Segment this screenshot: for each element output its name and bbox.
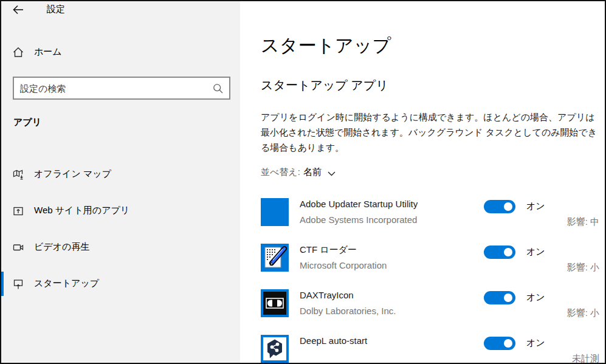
app-publisher: Dolby Laboratories, Inc. bbox=[300, 306, 396, 316]
startup-toggle[interactable] bbox=[484, 200, 515, 213]
toggle-state-label: オン bbox=[526, 201, 545, 212]
sidebar: 設定 ホーム アプリ bbox=[1, 1, 240, 363]
startup-app-list: Adobe Updater Startup Utility Adobe Syst… bbox=[261, 193, 599, 364]
app-name: DeepL auto-start bbox=[300, 335, 367, 346]
app-name: DAXTrayIcon bbox=[300, 290, 354, 300]
ctf-loader-app-icon bbox=[261, 244, 289, 272]
window-title: 設定 bbox=[47, 4, 65, 15]
search-icon[interactable] bbox=[212, 83, 224, 97]
video-playback-icon bbox=[12, 241, 24, 253]
chevron-down-icon bbox=[328, 168, 336, 179]
sidebar-item-web-apps[interactable]: Web サイト用のアプリ bbox=[1, 199, 240, 223]
app-publisher: Adobe Systems Incorporated bbox=[300, 215, 417, 225]
toggle-knob bbox=[504, 202, 512, 211]
page-subtitle: スタートアップ アプリ bbox=[261, 77, 388, 94]
startup-toggle[interactable] bbox=[484, 291, 515, 304]
settings-search-box bbox=[13, 77, 230, 100]
toggle-state-label: オン bbox=[526, 292, 545, 303]
toggle-state-label: オン bbox=[526, 246, 545, 258]
app-name: CTF ローダー bbox=[300, 244, 357, 256]
sort-dropdown[interactable]: 並べ替え: 名前 bbox=[261, 166, 336, 179]
sidebar-item-label: オフライン マップ bbox=[34, 168, 111, 180]
sidebar-item-home[interactable]: ホーム bbox=[1, 40, 240, 64]
toggle-knob bbox=[504, 294, 512, 302]
search-input[interactable] bbox=[14, 78, 229, 98]
titlebar: 設定 bbox=[1, 1, 240, 19]
sidebar-item-label: ホーム bbox=[34, 46, 62, 58]
deepl-app-icon bbox=[261, 335, 289, 363]
main-pane: スタートアップ スタートアップ アプリ アプリをログイン時に開始するように構成で… bbox=[240, 1, 605, 363]
impact-label: 未計測 bbox=[572, 353, 599, 364]
dolby-app-icon bbox=[261, 289, 289, 317]
app-publisher: Microsoft Corporation bbox=[300, 260, 387, 270]
impact-label: 影響: 小 bbox=[567, 262, 599, 273]
toggle-knob bbox=[504, 339, 512, 348]
settings-window: 設定 ホーム アプリ bbox=[0, 0, 606, 364]
page-description: アプリをログイン時に開始するように構成できます。ほとんどの場合、アプリは最小化さ… bbox=[261, 109, 603, 155]
sidebar-item-startup[interactable]: スタートアップ bbox=[1, 272, 240, 296]
web-apps-icon bbox=[12, 205, 24, 217]
home-icon bbox=[12, 46, 24, 58]
startup-icon bbox=[12, 278, 24, 290]
sidebar-item-label: ビデオの再生 bbox=[34, 241, 89, 253]
startup-app-row: CTF ローダー Microsoft Corporation オン 影響: 小 bbox=[261, 239, 599, 284]
sort-value: 名前 bbox=[303, 167, 322, 178]
startup-toggle[interactable] bbox=[484, 246, 515, 259]
back-arrow-icon bbox=[12, 4, 25, 18]
startup-app-row: DeepL auto-start オン 未計測 bbox=[261, 330, 599, 364]
impact-label: 影響: 小 bbox=[567, 307, 599, 319]
startup-app-row: Adobe Updater Startup Utility Adobe Syst… bbox=[261, 193, 599, 239]
back-button[interactable] bbox=[9, 2, 28, 18]
sidebar-item-label: Web サイト用のアプリ bbox=[34, 205, 129, 216]
offline-maps-icon bbox=[12, 168, 24, 180]
toggle-state-label: オン bbox=[526, 337, 545, 349]
page-title: スタートアップ bbox=[261, 35, 391, 57]
sidebar-section-heading: アプリ bbox=[13, 117, 41, 128]
impact-label: 影響: 中 bbox=[567, 216, 599, 228]
adobe-app-icon bbox=[261, 198, 289, 226]
startup-toggle[interactable] bbox=[484, 337, 515, 350]
sidebar-item-label: スタートアップ bbox=[34, 278, 99, 289]
sort-label: 並べ替え: bbox=[261, 167, 300, 178]
startup-app-row: DAXTrayIcon Dolby Laboratories, Inc. オン … bbox=[261, 284, 599, 330]
app-name: Adobe Updater Startup Utility bbox=[300, 199, 418, 209]
toggle-knob bbox=[504, 248, 512, 256]
sidebar-item-offline-maps[interactable]: オフライン マップ bbox=[1, 162, 240, 187]
sidebar-item-video-playback[interactable]: ビデオの再生 bbox=[1, 235, 240, 259]
